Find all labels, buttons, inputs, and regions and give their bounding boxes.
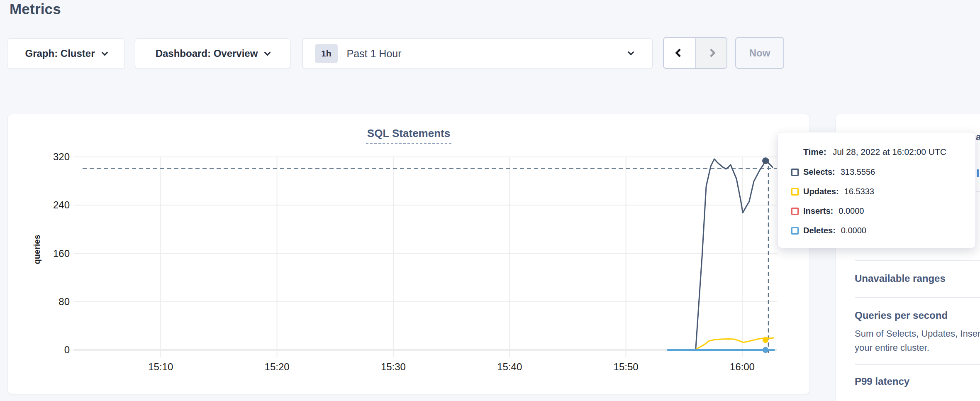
x-tick-label: 15:30 [364,361,422,373]
chart-hover-tooltip: Time: Jul 28, 2022 at 16:02:00 UTC Selec… [778,132,976,248]
tooltip-series-rows: Selects:313.5556Updates:16.5333Inserts:0… [778,166,975,237]
sidebar-description-line: Sum of Selects, Updates, Inser [855,328,980,339]
metrics-page: Metrics Graph: Cluster Dashboard: Overvi… [0,0,980,401]
legend-swatch-inserts [791,208,799,215]
tooltip-series-value: 0.0000 [841,226,866,235]
page-title: Metrics [10,1,61,17]
y-tick-label: 0 [20,344,70,356]
chart-title-link[interactable]: SQL Statements [366,127,451,144]
sidebar-heading-unavailable-ranges: Unavailable ranges [855,273,946,284]
tooltip-series-name: Selects: [803,167,835,177]
chart-title-wrap: SQL Statements [7,127,810,144]
sidebar-heading-p99-latency: P99 latency [855,376,909,387]
chevron-down-icon [628,49,634,56]
next-window-button[interactable] [695,38,727,68]
legend-swatch-selects [791,169,799,176]
x-tick-label: 15:10 [132,361,190,373]
chevron-down-icon [101,49,108,56]
y-tick-label: 160 [20,248,70,259]
x-tick-label: 15:20 [248,361,306,373]
tooltip-series-value: 0.0000 [839,206,864,216]
graph-scope-dropdown-label: Graph: Cluster [25,48,95,59]
time-range-badge: 1h [315,44,338,63]
tooltip-series-name: Deletes: [803,226,836,235]
sidebar-heading-queries-per-second: Queries per second [855,310,948,321]
tooltip-row-selects: Selects:313.5556 [791,166,975,178]
chevron-right-icon [707,49,716,57]
time-window-nav [663,37,727,69]
sidebar-clipped-link-fragment [977,169,979,177]
x-tick-label: 15:50 [597,361,655,373]
tooltip-series-name: Inserts: [803,206,833,216]
y-tick-label: 240 [20,199,70,211]
chevron-left-icon [675,49,684,57]
sidebar-description-line: your entire cluster. [855,342,929,353]
x-tick-label: 16:00 [713,361,771,373]
now-button[interactable]: Now [735,37,784,69]
tooltip-row-inserts: Inserts:0.0000 [791,205,975,218]
tooltip-series-value: 313.5556 [841,167,875,177]
chevron-down-icon [264,49,271,56]
sidebar-divider [855,297,980,298]
time-range-dropdown[interactable]: 1h Past 1 Hour [302,38,653,69]
tooltip-row-updates: Updates:16.5333 [791,185,975,198]
dashboard-dropdown-label: Dashboard: Overview [156,48,258,59]
tooltip-time-row: Time: Jul 28, 2022 at 16:02:00 UTC [803,145,975,159]
sidebar-divider [855,364,980,365]
tooltip-time-value: Jul 28, 2022 at 16:02:00 UTC [833,147,946,157]
dashboard-dropdown[interactable]: Dashboard: Overview [135,38,290,69]
tooltip-series-value: 16.5333 [844,187,874,196]
sidebar-divider [855,260,980,261]
legend-swatch-updates [791,188,799,196]
tooltip-row-deletes: Deletes:0.0000 [791,224,975,237]
sidebar-clipped-text-fragment: a [976,132,980,143]
sql-statements-chart-card[interactable] [7,114,810,394]
graph-scope-dropdown[interactable]: Graph: Cluster [7,38,125,69]
tooltip-series-name: Updates: [803,187,839,196]
y-tick-label: 80 [20,296,70,308]
legend-swatch-deletes [791,227,799,235]
x-tick-label: 15:40 [480,361,539,373]
y-tick-label: 320 [20,151,70,163]
previous-window-button[interactable] [664,38,695,68]
tooltip-time-label: Time: [803,147,826,157]
time-range-label: Past 1 Hour [347,48,402,60]
